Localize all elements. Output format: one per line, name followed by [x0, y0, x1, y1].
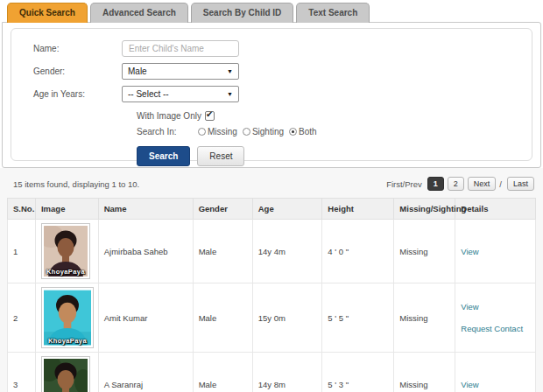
search-in-both-radio[interactable] [289, 128, 297, 136]
request-contact-link[interactable]: Request Contact [461, 324, 523, 333]
row-height: 5 ' 3 " [322, 353, 394, 392]
quick-search-form: Name: Gender: Male ▼ Age in Years: -- Se… [11, 28, 532, 161]
chevron-down-icon: ▼ [227, 68, 233, 74]
results-summary: 15 items found, displaying 1 to 10. [13, 179, 139, 189]
search-button[interactable]: Search [137, 146, 190, 166]
chevron-down-icon: ▼ [227, 91, 233, 97]
col-gender: Gender [193, 199, 252, 220]
results-table: S.No. Image Name Gender Age Height Missi… [7, 198, 536, 392]
row-height: 5 ' 5 " [322, 284, 394, 353]
search-in-sighting-radio[interactable] [243, 128, 250, 136]
next-page-button[interactable]: Next [468, 177, 497, 191]
age-select[interactable]: -- Select -- ▼ [122, 86, 239, 102]
row-status: Missing [394, 220, 455, 284]
page-2-button[interactable]: 2 [448, 177, 464, 191]
row-status: Missing [394, 284, 455, 353]
col-details: Details [455, 199, 536, 220]
photo-watermark: KhoyaPaya [42, 268, 89, 276]
search-in-missing-label: Missing [208, 127, 237, 136]
search-in-sighting-label: Sighting [252, 127, 284, 136]
with-image-only-label: With Image Only [137, 111, 201, 121]
row-age: 15y 0m [252, 284, 322, 353]
gender-select[interactable]: Male ▼ [122, 63, 239, 80]
name-label: Name: [24, 44, 122, 53]
row-age: 14y 4m [252, 220, 322, 284]
name-input[interactable] [122, 40, 239, 57]
table-header-row: S.No. Image Name Gender Age Height Missi… [8, 199, 536, 220]
first-prev-label: First/Prev [386, 179, 422, 189]
row-sno: 1 [8, 220, 36, 284]
search-in-both-label: Both [299, 127, 317, 136]
age-label: Age in Years: [24, 89, 122, 99]
tab-advanced-search[interactable]: Advanced Search [90, 3, 188, 23]
col-missing-sighting: Missing/Sighting [394, 199, 455, 220]
col-name: Name [98, 199, 193, 220]
view-link[interactable]: View [461, 247, 478, 256]
row-name: A Saranraj [98, 353, 193, 392]
row-gender: Male [193, 220, 252, 284]
search-in-label: Search In: [137, 127, 198, 136]
tab-search-by-child-id[interactable]: Search By Child ID [191, 3, 293, 23]
view-link[interactable]: View [461, 380, 478, 389]
table-row: 3 KhoyaPaya [8, 353, 536, 392]
gender-label: Gender: [24, 66, 122, 76]
child-photo[interactable]: KhoyaPaya [41, 356, 90, 392]
col-sno: S.No. [8, 199, 36, 220]
table-row: 2 KhoyaPaya Amit Kumar [8, 284, 536, 353]
row-gender: Male [193, 353, 252, 392]
photo-watermark: KhoyaPaya [42, 337, 93, 345]
tab-quick-search[interactable]: Quick Search [7, 3, 88, 23]
col-height: Height [322, 199, 394, 220]
search-in-missing-radio[interactable] [198, 128, 206, 136]
page-1-button[interactable]: 1 [427, 177, 444, 191]
view-link[interactable]: View [461, 302, 478, 312]
reset-button[interactable]: Reset [197, 146, 244, 166]
row-status: Missing [394, 353, 455, 392]
col-age: Age [252, 199, 322, 220]
col-image: Image [35, 199, 98, 220]
tab-text-search[interactable]: Text Search [296, 3, 370, 23]
child-photo[interactable]: KhoyaPaya [41, 223, 90, 279]
row-name: Ajmirbaba Saheb [98, 220, 193, 284]
row-sno: 3 [8, 353, 36, 392]
search-tabs: Quick Search Advanced Search Search By C… [0, 0, 543, 23]
with-image-only-checkbox[interactable] [205, 111, 215, 121]
gender-selected-value: Male [128, 66, 147, 76]
table-row: 1 KhoyaPaya Ajmirbaba Sa [8, 220, 536, 284]
row-sno: 2 [8, 284, 36, 353]
last-page-button[interactable]: Last [507, 177, 534, 191]
row-gender: Male [193, 284, 252, 353]
pagination: First/Prev 1 2 Next / Last [386, 177, 534, 191]
age-selected-value: -- Select -- [128, 89, 169, 99]
row-name: Amit Kumar [98, 284, 193, 353]
row-age: 14y 8m [252, 353, 322, 392]
child-photo[interactable]: KhoyaPaya [41, 287, 94, 348]
results-section: 15 items found, displaying 1 to 10. Firs… [0, 168, 543, 392]
quick-search-panel: Name: Gender: Male ▼ Age in Years: -- Se… [2, 22, 541, 168]
row-height: 4 ' 0 " [322, 220, 394, 284]
pagination-separator: / [499, 179, 502, 189]
